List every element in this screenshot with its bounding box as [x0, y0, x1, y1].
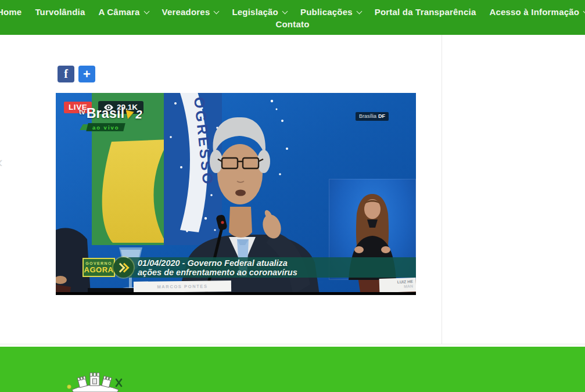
chevron-down-icon	[143, 8, 149, 14]
logo-name: Brasil	[87, 107, 125, 120]
content-sidebar-divider	[442, 35, 442, 344]
plus-share-icon: +	[83, 68, 91, 81]
page-footer	[0, 347, 585, 392]
nav-row-1: Home Turvolândia A Câmara Vereadores Leg…	[0, 0, 585, 17]
nav-item-turvolandia[interactable]: Turvolândia	[35, 7, 85, 17]
facebook-icon: f	[64, 67, 68, 81]
chevron-down-icon	[356, 8, 362, 14]
tv-brasil-logo: tv Brasil 2	[79, 107, 142, 120]
ao-vivo-label: ao vivo	[92, 124, 120, 131]
nav-label: A Câmara	[98, 7, 139, 17]
logo-number: 2	[135, 109, 142, 120]
facebook-share-button[interactable]: f	[58, 66, 74, 82]
nav-item-publicacoes[interactable]: Publicações	[300, 7, 361, 17]
program-name-bottom: AGORA	[84, 266, 114, 274]
nav-label: Contato	[275, 19, 309, 29]
governo-agora-logo: GOVERNO AGORA	[82, 258, 115, 277]
lower-third-caption: 01/04/2020 - Governo Federal atualiza aç…	[128, 257, 416, 278]
main-navbar: Home Turvolândia A Câmara Vereadores Leg…	[0, 0, 585, 35]
logo-flash-icon	[126, 107, 135, 119]
nav-label: Vereadores	[162, 7, 210, 17]
nav-item-acesso-informacao[interactable]: Acesso à Informação	[489, 7, 585, 17]
chevron-down-icon	[282, 8, 288, 14]
caption-line-1: 01/04/2020 - Governo Federal atualiza	[138, 258, 416, 268]
nameplate-left: MARCOS PONTES	[134, 280, 231, 293]
more-share-button[interactable]: +	[78, 66, 95, 82]
nameplate-right: LUIZ HE MAN	[379, 278, 416, 293]
ao-vivo-tag: ao vivo	[86, 123, 125, 131]
chevron-down-icon	[214, 8, 220, 14]
nameplate-right-line2: MAN	[379, 284, 413, 290]
nav-label: Publicações	[300, 7, 353, 17]
letterbox-bar	[56, 292, 416, 295]
municipal-coat-of-arms	[65, 369, 123, 392]
share-buttons: f +	[58, 66, 95, 82]
location-uf: DF	[378, 113, 385, 119]
nav-item-contato[interactable]: Contato	[275, 19, 309, 29]
content-bottom-divider	[0, 344, 585, 344]
nav-item-portal-transparencia[interactable]: Portal da Transparência	[375, 7, 476, 17]
caption-line-2: ações de enfrentamento ao coronavírus	[138, 268, 416, 277]
nav-item-home[interactable]: Home	[0, 7, 21, 17]
nav-label: Acesso à Informação	[489, 7, 579, 17]
location-badge: Brasília DF	[356, 112, 389, 121]
location-city: Brasília	[359, 113, 376, 119]
slider-prev-icon[interactable]: ‹	[0, 153, 3, 171]
nav-row-2: Contato	[0, 19, 585, 29]
nav-label: Portal da Transparência	[375, 7, 476, 17]
nav-label: Turvolândia	[35, 7, 85, 17]
program-arrow-icon	[113, 257, 134, 278]
nav-label: Legislação	[232, 7, 278, 17]
nav-item-legislacao[interactable]: Legislação	[232, 7, 287, 17]
nav-item-a-camara[interactable]: A Câmara	[98, 7, 148, 17]
logo-tv: tv	[79, 108, 85, 116]
nav-item-vereadores[interactable]: Vereadores	[162, 7, 219, 17]
nav-label: Home	[0, 7, 21, 17]
live-video-player[interactable]: OGRESSO	[56, 93, 416, 295]
